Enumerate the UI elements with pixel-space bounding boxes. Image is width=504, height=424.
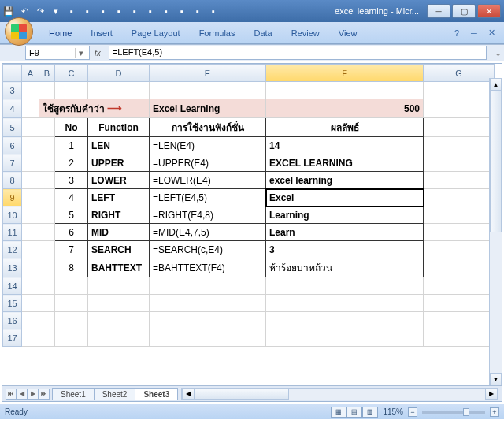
cell-result[interactable]: 3 [269, 244, 275, 255]
namebox-dropdown-icon[interactable]: ▾ [75, 48, 86, 58]
tab-formulas[interactable]: Formulas [190, 25, 245, 41]
undo-icon[interactable]: ↶ [19, 6, 30, 17]
cell-fn[interactable]: MID [91, 227, 109, 238]
row-header[interactable]: 8 [3, 172, 22, 189]
page-layout-view-icon[interactable]: ▤ [346, 407, 362, 418]
tab-next-icon[interactable]: ▶ [28, 389, 39, 400]
close-button[interactable]: ✕ [477, 4, 501, 18]
cell-usage[interactable]: =LOWER(E4) [150, 172, 265, 188]
cell-result[interactable]: Learn [269, 227, 295, 238]
row-header[interactable]: 3 [3, 82, 22, 99]
cell-fn[interactable]: UPPER [91, 158, 124, 169]
sheet-tab-active[interactable]: Sheet3 [135, 388, 178, 400]
cell-result[interactable]: ห้าร้อยบาทถ้วน [266, 258, 423, 277]
tab-first-icon[interactable]: ⏮ [6, 389, 17, 400]
scroll-right-icon[interactable]: ▶ [485, 389, 498, 400]
tab-data[interactable]: Data [244, 25, 281, 41]
qat-icon[interactable]: ▪ [129, 6, 140, 17]
cell-no[interactable]: 8 [55, 258, 87, 277]
expand-formula-bar-icon[interactable]: ⌄ [491, 48, 504, 58]
row-header[interactable]: 6 [3, 137, 22, 154]
select-all-corner[interactable] [3, 65, 22, 82]
qat-icon[interactable]: ▪ [176, 6, 187, 17]
selected-cell[interactable]: Excel [269, 192, 294, 203]
th-result[interactable]: ผลลัพธ์ [266, 118, 423, 136]
row-header[interactable]: 7 [3, 154, 22, 172]
cell-usage[interactable]: =LEFT(E4,5) [150, 189, 265, 206]
tab-prev-icon[interactable]: ◀ [17, 389, 28, 400]
cell-E4[interactable]: Excel Learning [150, 99, 265, 117]
normal-view-icon[interactable]: ▦ [331, 407, 346, 418]
maximize-button[interactable]: ▢ [452, 4, 476, 18]
vertical-scrollbar[interactable]: ▲ ▼ [489, 78, 502, 385]
scroll-left-icon[interactable]: ◀ [182, 389, 195, 400]
col-header[interactable]: B [39, 65, 55, 82]
row-header[interactable]: 5 [3, 118, 22, 137]
qat-icon[interactable]: ▪ [66, 6, 77, 17]
scroll-down-icon[interactable]: ▼ [490, 373, 502, 385]
zoom-in-button[interactable]: + [490, 407, 499, 417]
cell-usage[interactable]: =MID(E4,7,5) [150, 224, 265, 240]
help-icon[interactable]: ? [450, 27, 463, 39]
col-header[interactable]: E [150, 65, 266, 82]
tab-insert[interactable]: Insert [81, 25, 122, 41]
scroll-up-icon[interactable]: ▲ [490, 78, 502, 91]
cell-usage[interactable]: =UPPER(E4) [150, 154, 265, 171]
th-no[interactable]: No [55, 118, 87, 136]
qat-icon[interactable]: ▪ [98, 6, 109, 17]
cell-result[interactable]: Learning [269, 210, 309, 221]
cell-usage[interactable]: =LEN(E4) [150, 137, 265, 154]
th-function[interactable]: Function [88, 118, 149, 136]
cell-fn[interactable]: RIGHT [91, 210, 120, 221]
cell-usage[interactable]: =RIGHT(E4,8) [150, 206, 265, 223]
row-header[interactable]: 11 [3, 224, 22, 241]
cell-fn[interactable]: BAHTTEXT [91, 262, 142, 273]
fx-icon[interactable]: fx [94, 49, 101, 58]
cell-no[interactable]: 4 [55, 189, 87, 206]
col-header[interactable]: C [55, 65, 88, 82]
cell-result[interactable]: 14 [269, 140, 280, 151]
tab-last-icon[interactable]: ⏭ [39, 389, 50, 400]
col-header-selected[interactable]: F [266, 65, 424, 82]
zoom-level[interactable]: 115% [383, 407, 403, 416]
name-box[interactable]: F9 ▾ [25, 46, 90, 60]
page-break-view-icon[interactable]: ▥ [362, 407, 378, 418]
qat-icon[interactable]: ▪ [82, 6, 93, 17]
qat-icon[interactable]: ▾ [50, 6, 61, 17]
horizontal-scrollbar[interactable]: ◀ ▶ [181, 388, 498, 400]
cell-no[interactable]: 7 [55, 241, 87, 258]
col-header[interactable]: D [88, 65, 150, 82]
scroll-thumb[interactable] [195, 389, 289, 400]
tab-review[interactable]: Review [282, 25, 329, 41]
cell-no[interactable]: 1 [55, 137, 87, 154]
cell-no[interactable]: 2 [55, 154, 87, 171]
minimize-ribbon-icon[interactable]: ─ [468, 27, 480, 39]
office-button[interactable] [5, 17, 33, 46]
tab-view[interactable]: View [329, 25, 367, 41]
qat-icon[interactable]: ▪ [113, 6, 124, 17]
row-header[interactable]: 16 [3, 312, 22, 329]
cell-no[interactable]: 6 [55, 224, 87, 240]
row-header[interactable]: 17 [3, 329, 22, 347]
cell-fn[interactable]: LEFT [91, 192, 115, 203]
cell-F4[interactable]: 500 [266, 99, 423, 117]
cell-fn[interactable]: LOWER [91, 175, 127, 186]
row-header-selected[interactable]: 9 [3, 189, 22, 206]
qat-icon[interactable]: ▪ [161, 6, 172, 17]
qat-icon[interactable]: ▪ [208, 6, 219, 17]
qat-icon[interactable]: ▪ [192, 6, 203, 17]
row-header[interactable]: 13 [3, 258, 22, 277]
zoom-out-button[interactable]: − [408, 407, 417, 417]
doc-close-icon[interactable]: ✕ [485, 27, 498, 39]
th-usage[interactable]: การใช้งานฟังก์ชั่น [150, 118, 265, 136]
zoom-slider[interactable] [422, 411, 485, 414]
formula-input[interactable]: =LEFT(E4,5) [109, 46, 487, 60]
sheet-table[interactable]: A B C D E F G 3 4 ใช้สูตรกับคำว่า ⟶ Exce… [2, 64, 495, 347]
cell-usage[interactable]: =BAHTTEXT(F4) [150, 258, 265, 277]
col-header[interactable]: A [22, 65, 39, 82]
row-header[interactable]: 12 [3, 241, 22, 258]
cell-fn[interactable]: LEN [91, 140, 110, 151]
cell-fn[interactable]: SEARCH [91, 244, 132, 255]
row-header[interactable]: 15 [3, 295, 22, 312]
save-icon[interactable]: 💾 [3, 6, 14, 17]
